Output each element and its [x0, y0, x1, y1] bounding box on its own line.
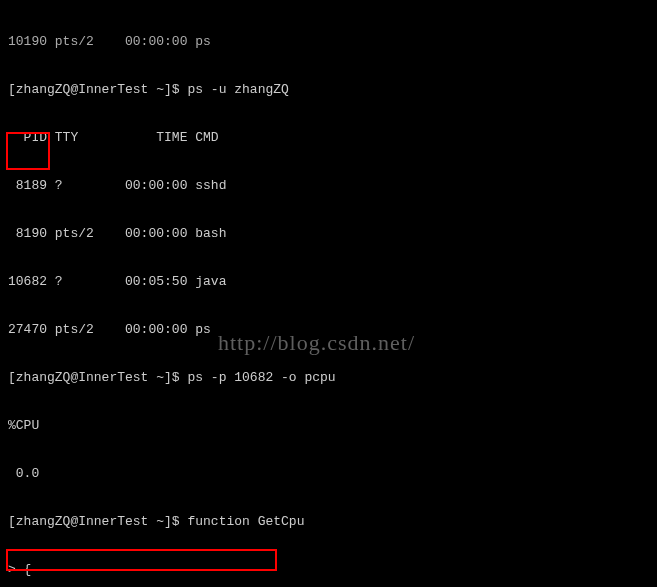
output-line: [zhangZQ@InnerTest ~]$ function GetCpu: [8, 514, 653, 530]
output-line: 27470 pts/2 00:00:00 ps: [8, 322, 653, 338]
output-line: 10682 ? 00:05:50 java: [8, 274, 653, 290]
terminal-output[interactable]: 10190 pts/2 00:00:00 ps [zhangZQ@InnerTe…: [0, 0, 657, 587]
output-line: [zhangZQ@InnerTest ~]$ ps -u zhangZQ: [8, 82, 653, 98]
output-line: 8189 ? 00:00:00 sshd: [8, 178, 653, 194]
output-line: [zhangZQ@InnerTest ~]$ ps -p 10682 -o pc…: [8, 370, 653, 386]
output-line: 8190 pts/2 00:00:00 bash: [8, 226, 653, 242]
output-line: 10190 pts/2 00:00:00 ps: [8, 34, 653, 50]
output-line: PID TTY TIME CMD: [8, 130, 653, 146]
output-line: > {: [8, 562, 653, 578]
output-line: 0.0: [8, 466, 653, 482]
output-line: %CPU: [8, 418, 653, 434]
